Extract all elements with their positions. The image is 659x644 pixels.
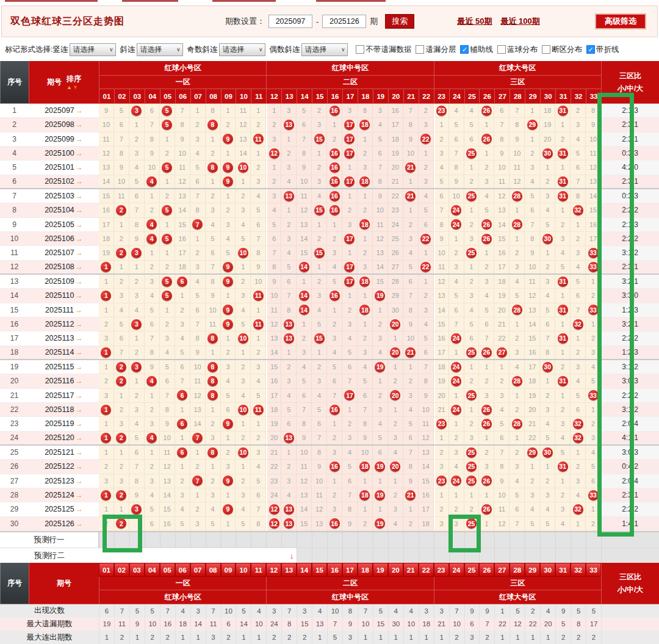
red-ball: 17 [344,148,355,159]
prediction-cell[interactable] [221,532,236,548]
prediction-cell[interactable] [312,532,327,548]
prediction-cell[interactable] [434,548,449,564]
row-period[interactable]: 2025097→ [29,104,99,118]
prediction-cell[interactable] [373,548,388,564]
prediction-cell[interactable] [327,532,342,548]
prediction-cell[interactable] [388,548,403,564]
row-period[interactable]: 2025105→ [29,218,99,232]
prediction-cell[interactable] [571,548,586,564]
prediction-cell[interactable] [540,548,555,564]
row-period[interactable]: 2025102→ [29,175,99,188]
row-period[interactable]: 2025109→ [29,275,99,289]
prediction-cell[interactable] [373,532,388,548]
prediction-cell[interactable] [251,532,266,548]
prediction-cell[interactable] [494,548,510,564]
prediction-cell[interactable] [479,532,494,548]
number-cell: 19 [434,374,449,388]
prediction-cell[interactable] [266,532,281,548]
advanced-filter-button[interactable]: 高级筛选 [595,13,646,29]
number-cell: 2 [388,417,403,431]
prediction-cell[interactable] [510,548,525,564]
prediction-cell[interactable] [342,548,358,564]
prediction-cell[interactable] [403,532,419,548]
row-period[interactable]: 2025114→ [29,346,99,359]
scroll-down-icon[interactable]: ↓ [290,551,294,560]
prediction-cell[interactable] [510,532,525,548]
prediction-cell[interactable] [419,532,434,548]
row-period[interactable]: 2025125→ [29,502,99,516]
row-period[interactable]: 2025113→ [29,331,99,346]
prediction-cell[interactable] [206,532,221,548]
row-period[interactable]: 2025115→ [29,360,99,374]
recent-100-link[interactable]: 最近 100期 [500,16,539,27]
sort-asc-icon[interactable]: ▲ [67,84,73,90]
period-to-input[interactable] [322,15,366,28]
prediction-cell[interactable] [236,532,251,548]
row-period[interactable]: 2025126→ [29,517,99,531]
checkbox-blue-ball[interactable]: 蓝球分布 [497,45,538,55]
checkbox-zone-break[interactable]: 断区分布 [542,45,582,55]
prediction-cell[interactable] [327,548,342,564]
row-period[interactable]: 2025106→ [29,232,99,246]
prediction-cell[interactable] [190,532,206,548]
row-period[interactable]: 2025103→ [29,189,99,203]
prediction-cell[interactable] [403,548,419,564]
prediction-cell[interactable] [586,548,601,564]
number-cell: 6 [175,360,190,374]
prediction-cell[interactable] [479,548,494,564]
row-period[interactable]: 2025101→ [29,161,99,175]
prediction-cell[interactable] [434,532,449,548]
prediction-cell[interactable] [571,532,586,548]
row-period[interactable]: 2025124→ [29,488,99,502]
sort-desc-icon[interactable]: ▼ [73,84,79,90]
prediction-cell[interactable] [358,532,373,548]
checkbox-aux-lines[interactable]: ✓辅助线 [460,45,493,55]
prediction-cell[interactable] [525,548,540,564]
prediction-cell[interactable] [555,548,571,564]
prediction-cell[interactable] [555,532,571,548]
checkbox-fold-line[interactable]: ✓带折线 [586,45,619,55]
prediction-cell[interactable] [540,532,555,548]
prediction-cell[interactable] [312,548,327,564]
row-period[interactable]: 2025117→ [29,389,99,403]
prediction-cell[interactable] [494,532,510,548]
prediction-cell[interactable] [297,532,312,548]
row-period[interactable]: 2025111→ [29,303,99,317]
row-period[interactable]: 2025121→ [29,446,99,460]
prediction-cell[interactable] [297,548,312,564]
even-diagonal-select[interactable]: 请选择∨ [301,43,348,56]
odd-diagonal-select[interactable]: 请选择∨ [219,43,265,56]
sort-arrows[interactable]: ▲▼ [67,84,81,90]
diagonal-link-select[interactable]: 请选择∨ [137,43,183,56]
prediction-cell[interactable] [281,532,297,548]
row-period[interactable]: 2025107→ [29,246,99,260]
prediction-cell[interactable] [175,532,190,548]
row-period[interactable]: 2025110→ [29,289,99,303]
row-period[interactable]: 2025098→ [29,118,99,132]
prediction-cell[interactable] [358,548,373,564]
row-period[interactable]: 2025116→ [29,374,99,388]
prediction-cell[interactable] [525,532,540,548]
row-period[interactable]: 2025108→ [29,261,99,273]
prediction-cell[interactable] [145,532,160,548]
prediction-cell[interactable] [388,532,403,548]
row-period[interactable]: 2025123→ [29,474,99,488]
search-button[interactable]: 搜索 [385,14,414,29]
vertical-link-select[interactable]: 请选择∨ [70,43,116,56]
prediction-cell[interactable] [160,532,175,548]
recent-50-link[interactable]: 最近 50期 [457,16,492,27]
sort-control[interactable]: 排序▲▼ [67,74,81,90]
row-period[interactable]: 2025104→ [29,203,99,217]
prediction-cell[interactable] [419,548,434,564]
row-period[interactable]: 2025118→ [29,403,99,417]
checkbox-no-miss-data[interactable]: 不带遗漏数据 [356,45,411,55]
row-period[interactable]: 2025100→ [29,147,99,161]
row-period[interactable]: 2025099→ [29,132,99,147]
row-period[interactable]: 2025119→ [29,417,99,431]
row-period[interactable]: 2025122→ [29,460,99,474]
prediction-cell[interactable] [342,532,358,548]
period-from-input[interactable] [268,15,312,28]
row-period[interactable]: 2025112→ [29,317,99,331]
row-period[interactable]: 2025120→ [29,432,99,444]
checkbox-miss-layering[interactable]: 遗漏分层 [416,45,456,55]
